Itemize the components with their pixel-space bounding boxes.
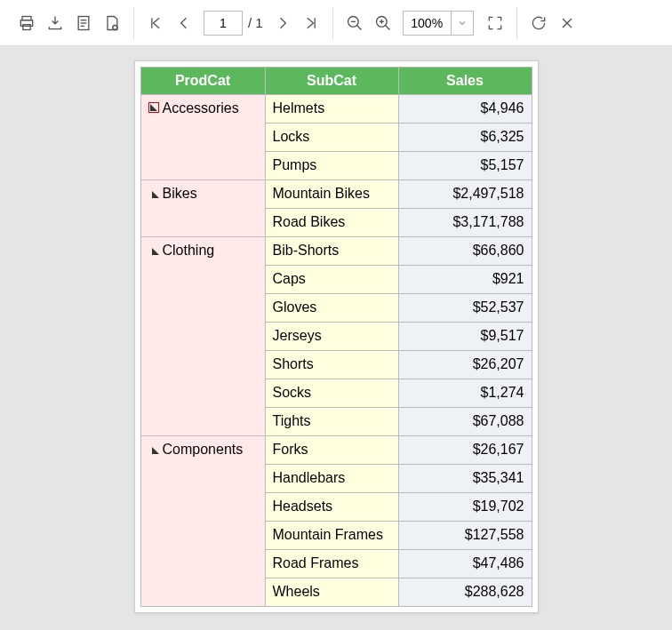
collapse-toggle[interactable]	[152, 447, 159, 454]
next-page-button[interactable]	[268, 9, 297, 37]
page-total-label: / 1	[248, 15, 263, 30]
subcat-cell: Mountain Frames	[265, 522, 398, 550]
toolbar-divider	[133, 7, 134, 39]
prodcat-label: Bikes	[163, 186, 197, 202]
prodcat-cell: Components	[140, 436, 265, 607]
subcat-cell: Socks	[265, 379, 398, 408]
table-row: AccessoriesHelmets$4,946	[140, 95, 532, 124]
subcat-cell: Gloves	[265, 294, 398, 323]
zoom-select[interactable]: 100%	[403, 11, 474, 36]
svg-point-7	[113, 25, 117, 29]
header-sales: Sales	[398, 68, 532, 95]
subcat-cell: Tights	[265, 408, 398, 436]
close-button[interactable]	[553, 9, 581, 37]
subcat-cell: Headsets	[265, 493, 398, 522]
prodcat-label: Accessories	[163, 100, 239, 116]
svg-line-11	[356, 25, 361, 29]
print-button[interactable]	[12, 9, 41, 37]
header-prodcat: ProdCat	[140, 68, 265, 95]
sales-cell: $52,537	[398, 294, 532, 323]
sales-cell: $19,702	[398, 493, 532, 522]
subcat-cell: Wheels	[265, 578, 398, 607]
export-button[interactable]	[41, 9, 69, 37]
sales-cell: $9,517	[398, 323, 532, 351]
sales-cell: $3,171,788	[398, 209, 532, 237]
sales-cell: $6,325	[398, 124, 532, 152]
subcat-cell: Handlebars	[265, 465, 398, 493]
toolbar-divider	[516, 7, 517, 39]
zoom-out-button[interactable]	[340, 9, 369, 37]
subcat-cell: Road Bikes	[265, 209, 398, 237]
sales-cell: $4,946	[398, 95, 532, 124]
sales-cell: $66,860	[398, 237, 532, 266]
sales-cell: $26,167	[398, 436, 532, 465]
subcat-cell: Shorts	[265, 351, 398, 379]
prev-page-button[interactable]	[170, 9, 198, 37]
refresh-button[interactable]	[524, 9, 553, 37]
report-table: ProdCat SubCat Sales AccessoriesHelmets$…	[140, 67, 532, 607]
prodcat-label: Components	[163, 442, 244, 458]
subcat-cell: Pumps	[265, 152, 398, 180]
report-page-area: ProdCat SubCat Sales AccessoriesHelmets$…	[0, 46, 672, 627]
sales-cell: $127,558	[398, 522, 532, 550]
sales-cell: $288,628	[398, 578, 532, 607]
header-subcat: SubCat	[265, 68, 398, 95]
triangle-icon	[150, 104, 157, 111]
table-row: BikesMountain Bikes$2,497,518	[140, 180, 532, 209]
table-row: ClothingBib-Shorts$66,860	[140, 237, 532, 266]
zoom-in-button[interactable]	[369, 9, 397, 37]
page-number-input[interactable]	[204, 11, 243, 36]
last-page-button[interactable]	[297, 9, 325, 37]
subcat-cell: Jerseys	[265, 323, 398, 351]
subcat-cell: Forks	[265, 436, 398, 465]
table-row: ComponentsForks$26,167	[140, 436, 532, 465]
sales-cell: $921	[398, 266, 532, 294]
sales-cell: $5,157	[398, 152, 532, 180]
prodcat-cell: Accessories	[140, 95, 265, 180]
sales-cell: $67,088	[398, 408, 532, 436]
subcat-cell: Helmets	[265, 95, 398, 124]
collapse-toggle-highlighted[interactable]	[148, 102, 159, 113]
zoom-value-label: 100%	[404, 12, 452, 35]
report-container: ProdCat SubCat Sales AccessoriesHelmets$…	[134, 60, 539, 613]
subcat-cell: Locks	[265, 124, 398, 152]
sales-cell: $1,274	[398, 379, 532, 408]
fullscreen-button[interactable]	[481, 9, 509, 37]
prodcat-cell: Bikes	[140, 180, 265, 237]
sales-cell: $35,341	[398, 465, 532, 493]
document-button[interactable]	[69, 9, 98, 37]
subcat-cell: Road Frames	[265, 550, 398, 578]
subcat-cell: Caps	[265, 266, 398, 294]
first-page-button[interactable]	[141, 9, 170, 37]
collapse-toggle[interactable]	[152, 248, 159, 255]
prodcat-cell: Clothing	[140, 237, 265, 436]
toolbar-divider	[332, 7, 333, 39]
sales-cell: $2,497,518	[398, 180, 532, 209]
chevron-down-icon	[452, 12, 473, 35]
subcat-cell: Mountain Bikes	[265, 180, 398, 209]
prodcat-label: Clothing	[163, 243, 215, 259]
sales-cell: $26,207	[398, 351, 532, 379]
sales-cell: $47,486	[398, 550, 532, 578]
subcat-cell: Bib-Shorts	[265, 237, 398, 266]
table-header-row: ProdCat SubCat Sales	[140, 68, 532, 95]
toolbar: / 1 100%	[0, 0, 672, 46]
page-setup-button[interactable]	[98, 9, 126, 37]
svg-rect-2	[23, 24, 30, 29]
collapse-toggle[interactable]	[152, 191, 159, 198]
svg-line-14	[385, 25, 389, 29]
